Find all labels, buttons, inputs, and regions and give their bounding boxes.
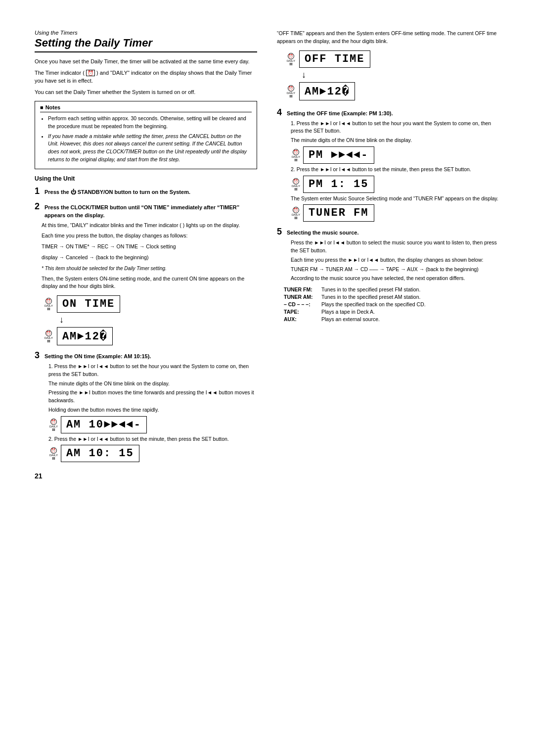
step-2-body-3: TIMER → ON TIME* → REC → ON TIME → Clock… (42, 243, 257, 251)
tape-key: TAPE: (284, 309, 318, 315)
step-3: 3 Setting the ON time (Example: AM 10:15… (35, 350, 257, 462)
tuner-am-key: TUNER AM: (284, 294, 318, 300)
section-header: Using the Timers (35, 30, 257, 36)
step-5-sub3: According to the music source you have s… (284, 275, 499, 283)
step-4-number: 4 (277, 107, 285, 118)
step-1-text: Press the ⏻ STANDBY/ON button to turn on… (44, 188, 190, 196)
page-title: Setting the Daily Timer (35, 37, 257, 52)
step-5-number: 5 (277, 227, 285, 237)
on-time-display-line-1: ⏰ DAILY ON TIME (44, 295, 120, 313)
tuner-fm-key: TUNER FM: (284, 286, 318, 292)
daily-indicator-3: ⏰ DAILY (49, 419, 58, 431)
tuner-am-value: Tunes in to the specified preset AM stat… (321, 294, 420, 300)
step-4-display-2: ⏰ DAILY PM 1: 15 (292, 176, 499, 193)
on-time-display-line-2: ⏰ DAILY AM►12� (44, 327, 113, 345)
step-1: 1 Press the ⏻ STANDBY/ON button to turn … (35, 186, 257, 196)
step-3-sub1: 1. Press the ►►I or I◄◄ button to set th… (42, 363, 257, 378)
step-4-display-3: ⏰ DAILY TUNER FM (292, 204, 499, 222)
step-3-sub3: 2. Press the ►►I or I◄◄ button to set th… (42, 435, 257, 443)
daily-indicator-2: ⏰ DAILY (44, 330, 53, 342)
step-2-after: Then, the System enters ON-time setting … (35, 275, 257, 291)
tuner-fm-value: Tunes in to the specified preset FM stat… (321, 286, 420, 292)
intro-p1: Once you have set the Daily Timer, the t… (35, 57, 257, 66)
step-4-display-1: ⏰ DAILY PM ►►◄◄- (292, 146, 499, 164)
step-5-sub2: Each time you press the ►►I or I◄◄ butto… (284, 256, 499, 264)
page: Using the Timers Setting the Daily Timer… (0, 0, 534, 510)
step-2-body-2: Each time you press the button, the disp… (42, 232, 257, 240)
notes-list: Perform each setting within approx. 30 s… (40, 115, 252, 164)
on-time-lcd-1: ON TIME (57, 295, 120, 313)
step-4-body: 1. Press the ►►I or I◄◄ button to set th… (277, 120, 499, 222)
on-time-lcd-2: AM►12� (57, 327, 113, 345)
note-item-2: If you have made a mistake while setting… (48, 133, 252, 164)
off-time-display-line-1: ⏰ DAILY OFF TIME (287, 50, 370, 68)
aux-key: AUX: (284, 316, 318, 322)
step-4-lcd-2: PM 1: 15 (303, 176, 374, 193)
intro-p2: The Timer indicator ( ⏰ ) and "DAILY" in… (35, 69, 257, 85)
off-time-lcd-1: OFF TIME (299, 50, 370, 68)
step-2-body-1: At this time, “DAILY” indicator blinks a… (42, 222, 257, 230)
daily-indicator-4: ⏰ DAILY (49, 447, 58, 460)
step-3-body: 1. Press the ►►I or I◄◄ button to set th… (35, 363, 257, 462)
step-3-sub1b: The minute digits of the ON time blink o… (42, 380, 257, 388)
daily-indicator-1: ⏰ DAILY (44, 298, 53, 310)
step-5-title: Selecting the music source. (287, 229, 359, 237)
tape-row: TAPE: Plays a tape in Deck A. (284, 309, 499, 315)
page-number: 21 (35, 472, 257, 480)
step-2-note: * This item should be selected for the D… (42, 265, 257, 272)
step-2-body: At this time, “DAILY” indicator blinks a… (35, 222, 257, 272)
step-3-sub2b: Holding down the button moves the time r… (42, 406, 257, 414)
step-3-display-2: ⏰ DAILY AM 10: 15 (49, 445, 257, 462)
step-2-body-4: display → Canceled → (back to the beginn… (42, 254, 257, 262)
step-3-lcd-2: AM 10: 15 (61, 445, 139, 462)
step-4-lcd-3: TUNER FM (303, 204, 374, 222)
step-3-title: Setting the ON time (Example: AM 10:15). (44, 352, 151, 361)
on-time-display-group: ⏰ DAILY ON TIME ↓ ⏰ DAILY AM►12� (44, 295, 257, 345)
step-4-after: The System enter Music Source Selecting … (284, 195, 499, 203)
daily-indicator-5: ⏰ DAILY (287, 53, 295, 65)
cd-value: Plays the specified track on the specifi… (321, 301, 426, 307)
arrow-down-2: ↓ (302, 70, 306, 80)
note-item-1: Perform each setting within approx. 30 s… (48, 115, 252, 131)
intro-p3: You can set the Daily Timer whether the … (35, 88, 257, 96)
tape-value: Plays a tape in Deck A. (321, 309, 375, 315)
step-5: 5 Selecting the music source. Press the … (277, 227, 499, 322)
tuner-am-row: TUNER AM: Tunes in to the specified pres… (284, 294, 499, 300)
step-2-text: Press the CLOCK/TIMER button until “ON T… (44, 203, 257, 220)
off-time-lcd-2: AM►12� (299, 82, 355, 100)
tuner-labels: TUNER FM: Tunes in to the specified pres… (284, 286, 499, 322)
daily-indicator-6: ⏰ DAILY (287, 85, 295, 97)
step-4-lcd-1: PM ►►◄◄- (303, 146, 374, 164)
step-4-title: Setting the OFF time (Example: PM 1:30). (287, 109, 393, 118)
off-time-display-line-2: ⏰ DAILY AM►12� (287, 82, 355, 100)
aux-value: Plays an external source. (321, 316, 380, 322)
arrow-down-1: ↓ (59, 315, 64, 325)
tuner-fm-row: TUNER FM: Tunes in to the specified pres… (284, 286, 499, 292)
step-5-sub1: Press the ►►I or I◄◄ button to select th… (284, 239, 499, 255)
step-4-sub1b: The minute digits of the ON time blink o… (284, 137, 499, 144)
step-3-sub2a: Pressing the ►►I button moves the time f… (42, 389, 257, 405)
left-column: Using the Timers Setting the Daily Timer… (35, 30, 257, 480)
step-4-sub2: 2. Press the ►►I or I◄◄ button to set th… (284, 166, 499, 174)
step-2: 2 Press the CLOCK/TIMER button until “ON… (35, 201, 257, 346)
step-3-display-1: ⏰ DAILY AM 10►►◄◄- (49, 416, 257, 433)
daily-indicator-8: ⏰ DAILY (292, 178, 300, 190)
daily-indicator-7: ⏰ DAILY (292, 149, 300, 161)
step-3-after: “OFF TIME” appears and then the System e… (277, 30, 499, 46)
right-column: “OFF TIME” appears and then the System e… (277, 30, 499, 480)
daily-indicator-9: ⏰ DAILY (292, 207, 300, 219)
aux-row: AUX: Plays an external source. (284, 316, 499, 322)
notes-title: ■ Notes (40, 104, 252, 112)
step-5-body: Press the ►►I or I◄◄ button to select th… (277, 239, 499, 322)
using-unit-title: Using the Unit (35, 175, 257, 182)
step-3-number: 3 (35, 350, 43, 361)
step-2-number: 2 (35, 201, 43, 212)
off-time-display-group: ⏰ DAILY OFF TIME ↓ ⏰ DAILY AM►12� (287, 50, 499, 100)
notes-box: ■ Notes Perform each setting within appr… (35, 101, 257, 169)
cd-row: – CD – – –: Plays the specified track on… (284, 301, 499, 307)
step-5-sequence: TUNER FM → TUNER AM → CD ––– → TAPE → AU… (284, 266, 499, 274)
step-3-lcd-1: AM 10►►◄◄- (61, 416, 147, 433)
step-4-sub1: 1. Press the ►►I or I◄◄ button to set th… (284, 120, 499, 136)
step-4: 4 Setting the OFF time (Example: PM 1:30… (277, 107, 499, 222)
cd-key: – CD – – –: (284, 301, 318, 307)
